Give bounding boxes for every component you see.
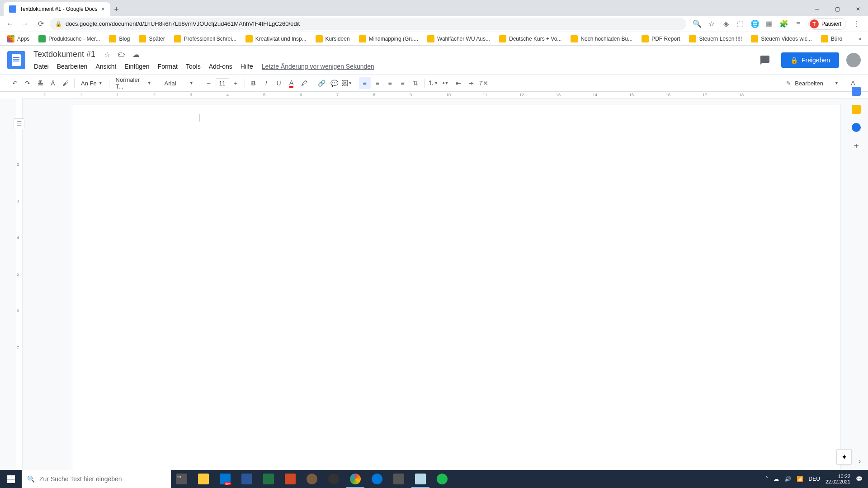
bookmarks-overflow[interactable]: » (855, 34, 864, 43)
app-button-2[interactable] (388, 470, 410, 488)
close-tab-icon[interactable]: × (101, 5, 104, 13)
insert-image-button[interactable]: 🖼▼ (341, 77, 353, 89)
bookmark-item[interactable]: ⠿Apps (4, 33, 33, 44)
docs-home-button[interactable] (7, 51, 25, 69)
star-icon[interactable]: ☆ (102, 49, 113, 60)
bookmark-item[interactable]: Steuern Videos wic... (747, 33, 816, 44)
chrome-button[interactable] (344, 470, 366, 488)
undo-button[interactable]: ↶ (9, 77, 21, 89)
highlight-button[interactable]: 🖍 (298, 77, 310, 89)
bookmark-item[interactable]: Mindmapping (Gru... (355, 33, 422, 44)
menu-format[interactable]: Format (155, 61, 181, 72)
align-left-button[interactable]: ≡ (359, 77, 371, 89)
align-justify-button[interactable]: ≡ (397, 77, 409, 89)
move-icon[interactable]: 🗁 (116, 49, 127, 60)
last-edit-link[interactable]: Letzte Änderung vor wenigen Sekunden (258, 61, 378, 72)
tasks-sidebar-icon[interactable] (852, 123, 861, 132)
app-icon[interactable]: 99+ (214, 470, 236, 488)
chrome-menu-icon[interactable]: ⋮ (852, 19, 861, 28)
menu-tools[interactable]: Tools (183, 61, 204, 72)
comments-button[interactable] (756, 51, 774, 69)
insert-link-button[interactable]: 🔗 (316, 77, 328, 89)
insert-comment-button[interactable]: 💬 (329, 77, 340, 89)
new-tab-button[interactable]: + (110, 3, 123, 16)
bookmark-star-icon[interactable]: ☆ (707, 19, 716, 28)
line-spacing-button[interactable]: ⇅ (410, 77, 421, 89)
word-button[interactable] (236, 470, 258, 488)
file-explorer-button[interactable] (193, 470, 214, 488)
close-window-button[interactable]: ✕ (848, 2, 868, 16)
clock[interactable]: 10:22 22.02.2021 (826, 474, 850, 484)
extensions-button[interactable]: 🧩 (779, 19, 788, 28)
menu-einfügen[interactable]: Einfügen (121, 61, 152, 72)
address-bar[interactable]: 🔒 docs.google.com/document/d/1hUH8k6h7Lb… (50, 18, 686, 30)
spellcheck-button[interactable]: Ā (47, 77, 59, 89)
qr-icon[interactable]: ▦ (765, 19, 774, 28)
back-button[interactable]: ← (4, 18, 16, 30)
menu-add-ons[interactable]: Add-ons (206, 61, 236, 72)
italic-button[interactable]: I (260, 77, 272, 89)
app-button[interactable] (301, 470, 323, 488)
menu-hilfe[interactable]: Hilfe (237, 61, 256, 72)
explore-button[interactable]: ✦ (836, 449, 852, 465)
bookmark-item[interactable]: PDF Report (638, 33, 684, 44)
onedrive-icon[interactable]: ☁ (774, 476, 779, 482)
redo-button[interactable]: ↷ (22, 77, 33, 89)
paint-format-button[interactable]: 🖌 (60, 77, 71, 89)
text-color-button[interactable]: A (286, 77, 297, 89)
decrease-font-button[interactable]: − (203, 77, 215, 89)
share-button[interactable]: 🔒 Freigeben (781, 52, 839, 68)
reading-list-icon[interactable]: ≡ (794, 19, 803, 28)
bookmark-item[interactable]: Büro (817, 33, 846, 44)
bold-button[interactable]: B (248, 77, 259, 89)
add-sidebar-button[interactable]: + (854, 141, 859, 151)
calendar-sidebar-icon[interactable] (852, 87, 861, 96)
document-title-input[interactable]: Textdokument #1 (31, 49, 98, 60)
tray-expand-icon[interactable]: ˄ (765, 476, 768, 482)
language-indicator[interactable]: DEU (809, 476, 820, 482)
bookmark-item[interactable]: Kreativität und Insp... (242, 33, 310, 44)
spotify-button[interactable] (431, 470, 453, 488)
menu-datei[interactable]: Datei (31, 61, 52, 72)
notifications-icon[interactable]: 💬 (856, 476, 863, 482)
numbered-list-button[interactable]: ⒈▼ (427, 77, 439, 89)
underline-button[interactable]: U (273, 77, 285, 89)
keep-sidebar-icon[interactable] (852, 105, 861, 114)
document-canvas[interactable]: ✦ (23, 99, 868, 470)
clear-formatting-button[interactable]: T✕ (478, 77, 490, 89)
edge-button[interactable] (366, 470, 388, 488)
extension-icon-2[interactable]: ⬚ (736, 19, 745, 28)
sidebar-collapse-button[interactable]: › (859, 457, 861, 465)
obs-button[interactable] (323, 470, 344, 488)
start-button[interactable] (0, 470, 22, 488)
bookmark-item[interactable]: Noch hochladen Bu... (567, 33, 636, 44)
zoom-icon[interactable]: 🔍 (693, 19, 702, 28)
minimize-button[interactable]: ─ (807, 2, 827, 16)
forward-button[interactable]: → (19, 18, 32, 30)
bookmark-item[interactable]: Kursideen (312, 33, 354, 44)
browser-tab[interactable]: Textdokument #1 - Google Docs × (4, 2, 110, 16)
network-icon[interactable]: 📶 (797, 476, 803, 482)
menu-bearbeiten[interactable]: Bearbeiten (54, 61, 91, 72)
print-button[interactable]: 🖶 (34, 77, 46, 89)
bookmark-item[interactable]: Professionell Schrei... (170, 33, 240, 44)
vertical-ruler[interactable]: 1234567 (16, 99, 23, 470)
reload-button[interactable]: ⟳ (34, 18, 47, 30)
align-center-button[interactable]: ≡ (372, 77, 383, 89)
excel-button[interactable] (258, 470, 279, 488)
cloud-status-icon[interactable]: ☁ (131, 49, 142, 60)
paragraph-style-select[interactable]: Normaler T... ▼ (112, 77, 155, 89)
menu-ansicht[interactable]: Ansicht (92, 61, 119, 72)
font-select[interactable]: Arial ▼ (161, 77, 197, 89)
font-size-input[interactable] (216, 78, 229, 88)
notepad-button[interactable] (410, 470, 431, 488)
zoom-select[interactable]: An Fe ▼ (77, 77, 106, 89)
extension-icon[interactable]: ◈ (722, 19, 731, 28)
editing-mode-button[interactable]: ✎ Bearbeiten ▼ (781, 76, 844, 90)
align-right-button[interactable]: ≡ (384, 77, 396, 89)
outline-toggle-button[interactable]: ☰ (14, 118, 24, 129)
volume-icon[interactable]: 🔊 (784, 476, 791, 482)
horizontal-ruler[interactable]: 21123456789101112131415161718 (43, 92, 856, 99)
increase-indent-button[interactable]: ⇥ (465, 77, 477, 89)
bookmark-item[interactable]: Später (135, 33, 168, 44)
